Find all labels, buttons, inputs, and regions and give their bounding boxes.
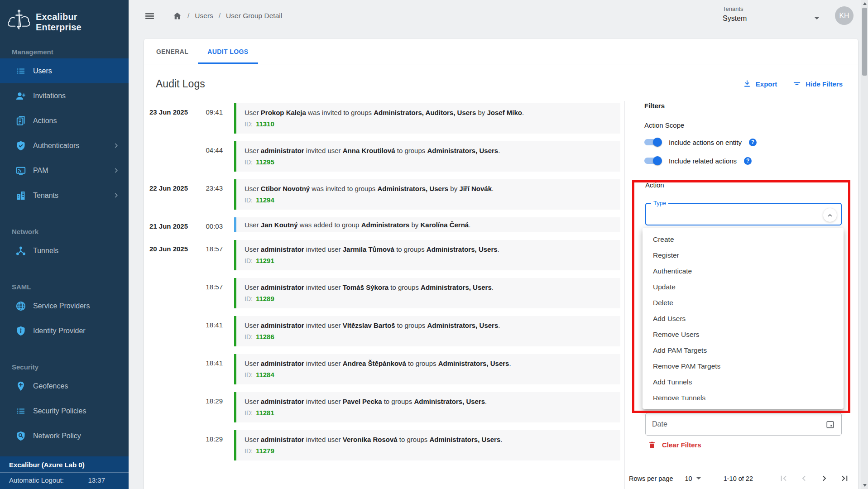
log-message-box: User Ctibor Novotný was invited to group… [234, 179, 620, 210]
header-actions: Export Hide Filters [743, 79, 843, 88]
sidebar-item-actions[interactable]: Actions [0, 108, 129, 133]
sidebar-item-tenants[interactable]: Tenants [0, 183, 129, 208]
sidebar-item-label: Authenticators [33, 142, 79, 150]
actions-icon [15, 115, 26, 126]
sidebar-item-network-policy[interactable]: Network Policy [0, 423, 129, 448]
dropdown-option-add-tunnels[interactable]: Add Tunnels [643, 374, 844, 390]
tenant-select-value[interactable]: System [723, 12, 823, 26]
tab-general[interactable]: GENERAL [147, 39, 198, 64]
dropdown-option-remove-pam-targets[interactable]: Remove PAM Targets [643, 358, 844, 374]
dropdown-option-add-users[interactable]: Add Users [643, 311, 844, 326]
sidebar-item-geofences[interactable]: Geofences [0, 374, 129, 398]
log-message-box: User administrator invited user Jarmila … [234, 240, 620, 270]
help-icon[interactable]: ? [749, 139, 757, 146]
logo-row: Excalibur Enterprise [0, 0, 129, 38]
log-id: ID:11310 [245, 120, 612, 128]
audit-log-row[interactable]: 18:29User administrator invited user Pav… [149, 392, 620, 422]
log-message-box: User administrator invited user Pavel Pe… [234, 392, 620, 422]
dropdown-option-update[interactable]: Update [643, 279, 844, 295]
filters-title: Filters [644, 102, 858, 110]
sidebar-item-users[interactable]: Users [0, 58, 129, 83]
trash-icon [648, 441, 656, 449]
scroll-down-arrow-icon[interactable] [861, 482, 868, 489]
dropdown-option-register[interactable]: Register [643, 247, 844, 263]
chevron-right-icon [113, 192, 120, 199]
log-message-box: User administrator invited user Anna Kro… [234, 141, 620, 172]
sidebar-footer: Excalibur (Azure Lab 0) Automatic Logout… [0, 456, 129, 489]
tab-audit-logs[interactable]: AUDIT LOGS [198, 39, 258, 64]
previous-page-button[interactable] [799, 473, 809, 484]
include-related-actions-toggle[interactable] [644, 158, 661, 164]
menu-icon[interactable] [144, 10, 155, 22]
export-label: Export [756, 80, 777, 88]
dropdown-option-remove-tunnels[interactable]: Remove Tunnels [643, 390, 844, 406]
log-message: User Ctibor Novotný was invited to group… [245, 184, 612, 193]
help-icon[interactable]: ? [744, 157, 752, 165]
dropdown-option-authenticate[interactable]: Authenticate [643, 263, 844, 279]
log-time: 23:43 [205, 179, 223, 210]
calendar-icon[interactable] [825, 420, 835, 429]
shield-search-icon [15, 431, 26, 441]
sidebar-item-identity-provider[interactable]: Identity Provider [0, 318, 129, 343]
audit-log-row[interactable]: 18:29User administrator invited user Ver… [149, 430, 620, 460]
sidebar-item-label: Actions [33, 117, 57, 125]
sidebar-item-tunnels[interactable]: Tunnels [0, 238, 129, 263]
log-id: ID:11286 [245, 333, 612, 341]
sidebar-item-service-providers[interactable]: Service Providers [0, 293, 129, 318]
tenant-select[interactable]: Tenants System [723, 5, 823, 26]
include-actions-on-entity-toggle[interactable] [644, 139, 661, 145]
dropdown-option-add-pam-targets[interactable]: Add PAM Targets [643, 342, 844, 358]
clear-filters-button[interactable]: Clear Filters [648, 441, 701, 449]
sidebar: Excalibur Enterprise ManagementUsersInvi… [0, 0, 129, 489]
page-title: Audit Logs [156, 78, 205, 90]
first-page-button[interactable] [778, 473, 789, 484]
sidebar-item-security-policies[interactable]: Security Policies [0, 398, 129, 423]
filters-panel: Filters Action Scope Include actions on … [624, 101, 858, 489]
audit-header: Audit Logs Export Hide Filters [156, 76, 843, 91]
audit-log-row[interactable]: 18:41User administrator invited user And… [149, 354, 620, 384]
dropdown-option-delete[interactable]: Delete [643, 295, 844, 311]
audit-log-row[interactable]: 21 Jun 202500:03User Jan Koutný was adde… [149, 217, 620, 232]
sidebar-item-label: Network Policy [33, 432, 81, 440]
dropdown-option-remove-users[interactable]: Remove Users [643, 326, 844, 342]
export-button[interactable]: Export [743, 79, 777, 88]
audit-log-row[interactable]: 04:44User administrator invited user Ann… [149, 141, 620, 172]
audit-log-row[interactable]: 23 Jun 202509:41User Prokop Kaleja was i… [149, 103, 620, 134]
log-time: 09:41 [205, 103, 223, 134]
app-title: Excalibur Enterprise [36, 12, 124, 33]
audit-log-row[interactable]: 18:41User administrator invited user Vít… [149, 316, 620, 346]
action-section-label: Action [645, 181, 664, 189]
logout-label: Automatic Logout: [9, 476, 64, 484]
sidebar-item-label: Geofences [33, 382, 68, 390]
scroll-up-arrow-icon[interactable] [861, 0, 868, 7]
hide-filters-button[interactable]: Hide Filters [792, 79, 843, 88]
caret-down-icon [814, 17, 820, 19]
dropdown-option-create[interactable]: Create [643, 231, 844, 247]
action-type-select[interactable]: Type [645, 203, 842, 225]
avatar[interactable]: KH [835, 6, 854, 25]
audit-log-row[interactable]: 22 Jun 202523:43User Ctibor Novotný was … [149, 179, 620, 210]
shield-check-icon [15, 140, 26, 151]
sidebar-item-authenticators[interactable]: Authenticators [0, 133, 129, 158]
rows-per-page-select[interactable]: 10 [685, 475, 701, 482]
breadcrumb-item-users[interactable]: Users [195, 12, 213, 20]
sidebar-item-invitations[interactable]: Invitations [0, 83, 129, 108]
breadcrumb-separator: / [219, 12, 221, 20]
window-scrollbar[interactable] [861, 0, 868, 489]
date-filter-field[interactable]: Date [645, 413, 842, 436]
next-page-button[interactable] [819, 473, 830, 484]
chevron-up-icon[interactable] [823, 208, 837, 222]
toggle-label: Include related actions [669, 157, 737, 165]
audit-log-row[interactable]: 18:57User administrator invited user Tom… [149, 278, 620, 308]
sidebar-item-pam[interactable]: PAM [0, 158, 129, 183]
log-message-box: User Prokop Kaleja was invited to groups… [234, 103, 620, 134]
log-date [149, 316, 205, 346]
chevron-right-icon [113, 167, 120, 174]
section-label-saml: SAML [0, 283, 129, 291]
scrollbar-thumb[interactable] [862, 8, 867, 76]
content-card: GENERAL AUDIT LOGS Audit Logs Export [144, 39, 858, 489]
log-message: User Prokop Kaleja was invited to groups… [245, 108, 612, 117]
last-page-button[interactable] [839, 473, 850, 484]
audit-log-row[interactable]: 20 Jun 202518:57User administrator invit… [149, 240, 620, 270]
home-icon[interactable] [173, 11, 182, 21]
